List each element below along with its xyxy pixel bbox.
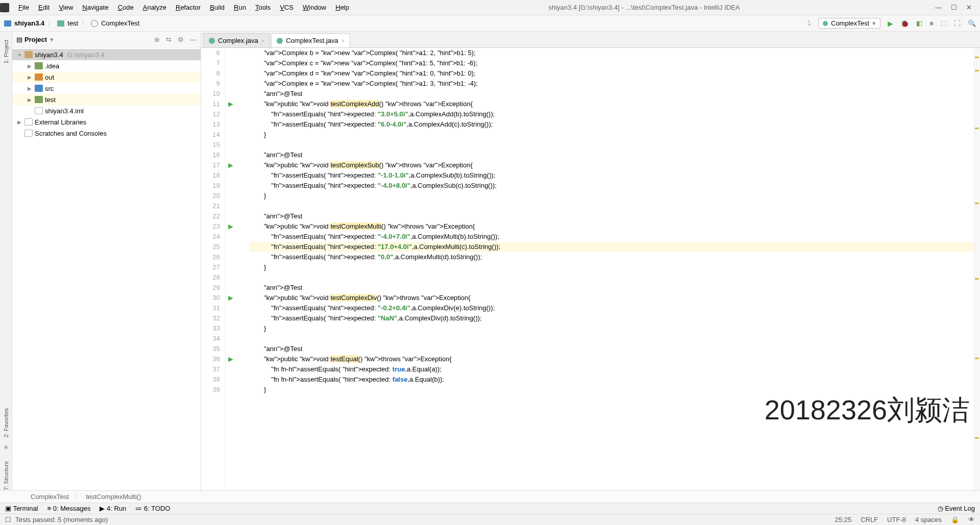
menu-build[interactable]: Build [206, 2, 229, 13]
expand-arrow-icon[interactable]: ▾ [16, 52, 22, 58]
stop-icon[interactable]: ■ [929, 19, 934, 27]
run-gutter-icon[interactable]: ▶ [228, 100, 233, 108]
code-line[interactable]: "fn">assertEquals( "hint">expected: "6.0… [249, 119, 980, 130]
menu-edit[interactable]: Edit [34, 2, 54, 13]
code-line[interactable]: "kw">public "kw">void testComplexDiv() "… [249, 293, 980, 303]
tree-item-external-libraries[interactable]: ▶External Libraries [12, 116, 201, 128]
close-tab-icon[interactable]: × [261, 38, 264, 44]
tree-item-out[interactable]: ▶out [12, 71, 201, 83]
code-line[interactable]: "ann">@Test [249, 211, 980, 221]
expand-arrow-icon[interactable]: ▶ [27, 63, 33, 69]
code-editor[interactable]: 6789101112131415161718192021222324252627… [201, 48, 980, 490]
close-tab-icon[interactable]: × [341, 38, 345, 44]
tree-item-scratches-and-consoles[interactable]: Scratches and Consoles [12, 128, 201, 139]
cursor-position[interactable]: 25:25 [835, 516, 852, 523]
tab-complextest-java[interactable]: ComplexTest.java× [271, 33, 350, 47]
error-stripe[interactable] [974, 48, 980, 490]
code-line[interactable]: "ann">@Test [249, 89, 980, 99]
menu-file[interactable]: File [14, 2, 33, 13]
code-line[interactable]: "fn">assertEquals( "hint">expected: "-1.… [249, 170, 980, 181]
run-gutter-icon[interactable]: ▶ [228, 294, 233, 302]
code-line[interactable]: "kw">public "kw">void testComplexMulti()… [249, 221, 980, 232]
sidebar-tool-project[interactable]: 1: Project [3, 40, 9, 63]
expand-icon[interactable]: ⛶ [954, 19, 961, 27]
code-line[interactable]: } [249, 385, 980, 395]
code-line[interactable]: "ann">@Test [249, 344, 980, 354]
project-panel-title[interactable]: Project [24, 36, 47, 43]
expand-arrow-icon[interactable]: ▶ [16, 119, 22, 125]
breadcrumb-class[interactable]: ComplexTest [101, 19, 139, 27]
expand-arrow-icon[interactable]: ▶ [27, 74, 33, 80]
layout-icon[interactable]: ⬚ [941, 19, 947, 27]
sidebar-tool-favorites[interactable]: 2: Favorites [3, 408, 9, 437]
chevron-down-icon[interactable]: ▾ [50, 36, 54, 43]
collapse-icon[interactable]: ⇆ [166, 36, 172, 43]
breadcrumb-method[interactable]: testComplexMulti() [86, 493, 141, 501]
run-tab[interactable]: ▶ 4: Run [100, 505, 126, 512]
todo-tab[interactable]: ≔ 6: TODO [135, 505, 170, 512]
tree-item-src[interactable]: ▶src [12, 83, 201, 94]
tree-item-test[interactable]: ▶test [12, 94, 201, 105]
maximize-icon[interactable]: ☐ [951, 4, 957, 11]
code-line[interactable]: "var">Complex e = "kw">new "var">Complex… [249, 79, 980, 89]
code-line[interactable]: "fn">assertEquals( "hint">expected: "17.… [249, 242, 980, 252]
code-line[interactable]: } [249, 130, 980, 140]
minimize-icon[interactable]: — [935, 4, 942, 11]
code-line[interactable]: "var">Complex d = "kw">new "var">Complex… [249, 68, 980, 79]
tab-complex-java[interactable]: Complex.java× [203, 33, 270, 47]
menu-window[interactable]: Window [299, 2, 330, 13]
hide-icon[interactable]: — [190, 36, 197, 43]
tree-item--idea[interactable]: ▶.idea [12, 60, 201, 71]
expand-arrow-icon[interactable]: ▶ [27, 97, 33, 103]
event-log-tab[interactable]: ◷ Event Log [938, 505, 975, 512]
code-line[interactable]: } [249, 262, 980, 272]
menu-code[interactable]: Code [114, 2, 138, 13]
tree-item-shiyan3-4-iml[interactable]: shiyan3.4.iml [12, 105, 201, 116]
run-config-selector[interactable]: ComplexTest ▾ [818, 18, 880, 29]
encoding[interactable]: UTF-8 [887, 516, 906, 523]
sidebar-tool-structure[interactable]: 7: Structure [3, 461, 9, 490]
code-line[interactable] [249, 334, 980, 344]
expand-arrow-icon[interactable]: ▶ [27, 86, 33, 91]
code-line[interactable]: "fn">assertEquals( "hint">expected: "3.0… [249, 109, 980, 119]
code-line[interactable]: "fn fn-hl">assertEquals( "hint">expected… [249, 374, 980, 385]
build-icon[interactable]: ⤵ [807, 19, 811, 27]
code-line[interactable]: "fn fn-hl">assertEquals( "hint">expected… [249, 364, 980, 374]
code-line[interactable]: "var">Complex b = "kw">new "var">Complex… [249, 48, 980, 58]
menu-help[interactable]: Help [331, 2, 353, 13]
code-line[interactable] [249, 272, 980, 283]
source-code[interactable]: "var">Complex b = "kw">new "var">Complex… [236, 48, 980, 490]
run-gutter-icon[interactable]: ▶ [228, 355, 233, 363]
code-line[interactable]: "kw">public "kw">void testEqual() "kw">t… [249, 354, 980, 364]
code-line[interactable]: } [249, 323, 980, 334]
menu-refactor[interactable]: Refactor [172, 2, 205, 13]
code-line[interactable]: "fn">assertEquals( "hint">expected: "0.0… [249, 252, 980, 262]
indent[interactable]: 4 spaces [915, 516, 942, 523]
run-gutter-icon[interactable]: ▶ [228, 222, 233, 230]
terminal-tab[interactable]: ▣ Terminal [5, 505, 38, 512]
line-ending[interactable]: CRLF [861, 516, 878, 523]
messages-tab[interactable]: ≡ 0: Messages [47, 505, 91, 512]
menu-tools[interactable]: Tools [251, 2, 275, 13]
code-line[interactable]: } [249, 191, 980, 201]
code-line[interactable]: "kw">public "kw">void testComplexAdd() "… [249, 99, 980, 109]
breadcrumb-class[interactable]: ComplexTest [31, 493, 69, 501]
code-line[interactable]: "kw">public "kw">void testComplexSub() "… [249, 160, 980, 170]
run-gutter-icon[interactable]: ▶ [228, 161, 233, 169]
menu-vcs[interactable]: VCS [276, 2, 298, 13]
gear-icon[interactable]: ⚙ [178, 36, 184, 43]
menu-view[interactable]: View [55, 2, 77, 13]
code-line[interactable]: "fn">assertEquals( "hint">expected: "NaN… [249, 313, 980, 323]
debug-icon[interactable]: 🐞 [900, 19, 909, 28]
menu-navigate[interactable]: Navigate [78, 2, 112, 13]
code-line[interactable]: "fn">assertEquals( "hint">expected: "-4.… [249, 232, 980, 242]
code-line[interactable]: "fn">assertEquals( "hint">expected: "-4.… [249, 181, 980, 191]
code-line[interactable]: "ann">@Test [249, 150, 980, 160]
code-line[interactable]: "ann">@Test [249, 283, 980, 293]
menu-run[interactable]: Run [230, 2, 250, 13]
code-line[interactable] [249, 201, 980, 211]
code-line[interactable]: "fn">assertEquals( "hint">expected: "-0.… [249, 303, 980, 313]
tree-item-shiyan3-4[interactable]: ▾shiyan3.4G:\shiyan3.4 [12, 49, 201, 60]
code-line[interactable]: "var">Complex c = "kw">new "var">Complex… [249, 58, 980, 68]
search-icon[interactable]: 🔍 [968, 19, 976, 27]
